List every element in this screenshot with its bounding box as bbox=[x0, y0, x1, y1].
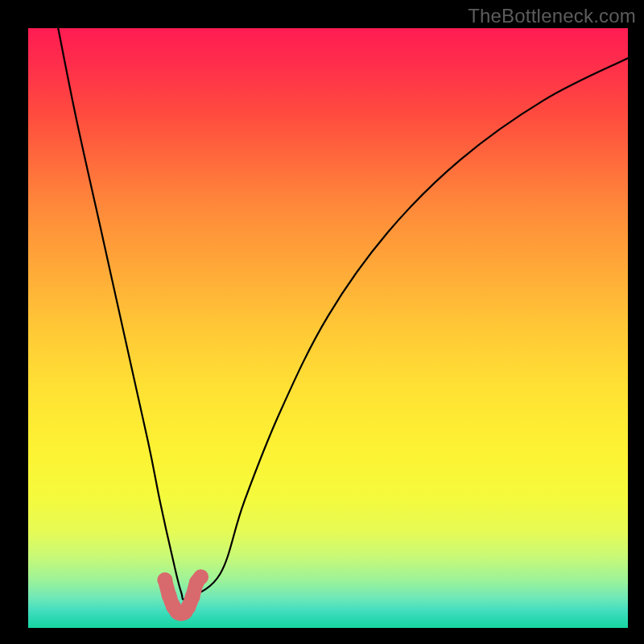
curve-pink-dots bbox=[157, 569, 208, 621]
pink-dot bbox=[193, 569, 208, 584]
curve-black bbox=[58, 28, 628, 600]
curve-layer bbox=[28, 28, 628, 628]
watermark-text: TheBottleneck.com bbox=[468, 5, 636, 27]
pink-dot bbox=[157, 572, 172, 588]
pink-dot bbox=[185, 589, 200, 605]
plot-area bbox=[28, 28, 628, 628]
chart-frame: TheBottleneck.com bbox=[0, 0, 644, 644]
